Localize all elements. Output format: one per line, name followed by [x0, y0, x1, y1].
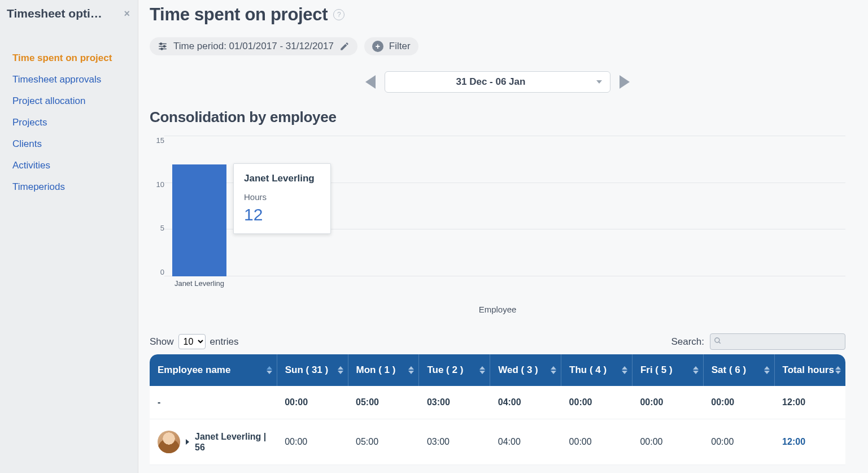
table-controls: Show 10 entries Search: — [150, 333, 845, 350]
column-header[interactable]: Sat ( 6 ) — [703, 354, 774, 386]
y-tick-label: 15 — [156, 136, 164, 145]
column-label: Fri ( 5 ) — [640, 364, 673, 375]
entries-select[interactable]: 10 — [178, 334, 206, 349]
column-header[interactable]: Thu ( 4 ) — [561, 354, 633, 386]
column-label: Sat ( 6 ) — [712, 364, 746, 375]
column-label: Mon ( 1 ) — [356, 364, 396, 375]
table-body: -00:0005:0003:0004:0000:0000:0000:0012:0… — [150, 386, 845, 465]
time-period-text: Time period: 01/01/2017 - 31/12/2017 — [173, 41, 334, 52]
time-period-chip[interactable]: Time period: 01/01/2017 - 31/12/2017 — [150, 37, 357, 55]
date-navigator: 31 Dec - 06 Jan — [150, 71, 845, 93]
close-icon[interactable]: × — [124, 8, 130, 20]
chart-area: 151050 Janet LeverlingJanet LeverlingHou… — [150, 136, 845, 299]
column-header[interactable]: Mon ( 1 ) — [348, 354, 419, 386]
table-cell: 00:00 — [561, 419, 633, 465]
table-cell: 00:00 — [632, 386, 703, 419]
chart-tooltip: Janet LeverlingHours12 — [233, 163, 331, 234]
table-row: Janet Leverling | 5600:0005:0003:0004:00… — [150, 419, 845, 465]
table-cell: 00:00 — [703, 419, 774, 465]
date-range-select[interactable]: 31 Dec - 06 Jan — [385, 71, 610, 93]
sort-icon — [267, 366, 272, 374]
sort-icon — [693, 366, 699, 374]
sidebar-item-clients[interactable]: Clients — [0, 133, 138, 155]
table-wrap: Employee nameSun ( 31 )Mon ( 1 )Tue ( 2 … — [150, 354, 845, 465]
chevron-down-icon — [596, 80, 602, 84]
avatar — [158, 431, 180, 453]
sidebar-item-activities[interactable]: Activities — [0, 155, 138, 176]
column-label: Tue ( 2 ) — [427, 364, 463, 375]
table-cell: 05:00 — [348, 419, 419, 465]
filter-bar: Time period: 01/01/2017 - 31/12/2017 + F… — [150, 37, 845, 55]
expand-icon[interactable] — [186, 439, 189, 445]
filter-chip[interactable]: + Filter — [364, 37, 418, 55]
sort-icon — [622, 366, 627, 374]
y-tick-label: 0 — [160, 268, 164, 276]
table-cell: 00:00 — [277, 419, 348, 465]
table-cell: 00:00 — [277, 386, 348, 419]
table-header-row: Employee nameSun ( 31 )Mon ( 1 )Tue ( 2 … — [150, 354, 845, 386]
show-entries: Show 10 entries — [150, 334, 239, 349]
chart-plot: Janet LeverlingJanet LeverlingHours12 — [164, 136, 845, 276]
svg-point-1 — [160, 43, 162, 45]
sort-icon — [551, 366, 556, 374]
column-label: Sun ( 31 ) — [285, 364, 329, 375]
page-title-row: Time spent on project ? — [150, 5, 845, 25]
sort-icon — [764, 366, 770, 374]
help-icon[interactable]: ? — [333, 9, 344, 20]
date-range-text: 31 Dec - 06 Jan — [456, 76, 526, 87]
column-header[interactable]: Total hours — [774, 354, 845, 386]
svg-line-7 — [719, 341, 721, 343]
y-axis: 151050 — [150, 136, 164, 276]
table-row: -00:0005:0003:0004:0000:0000:0000:0012:0… — [150, 386, 845, 419]
pencil-icon[interactable] — [339, 41, 350, 51]
sort-icon — [479, 366, 485, 374]
sidebar: Timesheet opti… × Time spent on projectT… — [0, 0, 138, 473]
table-cell: 00:00 — [561, 386, 633, 419]
sidebar-item-time-spent-on-project[interactable]: Time spent on project — [0, 47, 138, 69]
column-label: Employee name — [158, 364, 230, 375]
svg-point-5 — [161, 48, 163, 50]
table-cell: 12:00 — [774, 419, 845, 465]
column-label: Thu ( 4 ) — [569, 364, 607, 375]
next-week-button[interactable] — [620, 75, 630, 89]
column-header[interactable]: Wed ( 3 ) — [490, 354, 561, 386]
chart-x-axis-label: Employee — [150, 305, 845, 314]
gridline — [164, 136, 845, 136]
table-cell: 03:00 — [419, 386, 490, 419]
svg-point-6 — [715, 337, 719, 342]
total-hours-link[interactable]: 12:00 — [782, 437, 805, 446]
column-label: Total hours — [783, 364, 834, 375]
search-input-wrap — [710, 333, 845, 350]
sort-icon — [835, 366, 841, 374]
filter-label: Filter — [389, 41, 411, 52]
employee-name: Janet Leverling | 56 — [195, 431, 269, 453]
table-cell: 05:00 — [348, 386, 419, 419]
column-header[interactable]: Tue ( 2 ) — [419, 354, 490, 386]
column-header[interactable]: Sun ( 31 ) — [277, 354, 348, 386]
table-cell: - — [150, 386, 277, 419]
y-tick-label: 10 — [156, 180, 164, 189]
tooltip-metric-value: 12 — [244, 205, 315, 224]
x-category-label: Janet Leverling — [165, 279, 233, 288]
sidebar-item-timeperiods[interactable]: Timeperiods — [0, 176, 138, 198]
table-cell: 00:00 — [703, 386, 774, 419]
employee-name-cell: Janet Leverling | 56 — [150, 419, 277, 465]
search-input[interactable] — [710, 333, 845, 350]
table-cell: 04:00 — [490, 419, 561, 465]
search-icon — [714, 336, 722, 348]
sidebar-item-project-allocation[interactable]: Project allocation — [0, 90, 138, 112]
tooltip-name: Janet Leverling — [244, 173, 315, 184]
page-title: Time spent on project — [150, 5, 328, 25]
search-box: Search: — [671, 333, 845, 350]
plus-icon[interactable]: + — [372, 41, 383, 52]
column-header[interactable]: Employee name — [150, 354, 277, 386]
prev-week-button[interactable] — [365, 75, 376, 89]
sort-icon — [338, 366, 343, 374]
sidebar-item-projects[interactable]: Projects — [0, 112, 138, 133]
column-header[interactable]: Fri ( 5 ) — [632, 354, 703, 386]
table-cell: 00:00 — [632, 419, 703, 465]
tooltip-metric-label: Hours — [244, 192, 315, 202]
gridline — [164, 276, 845, 276]
chart-bar[interactable] — [172, 164, 226, 276]
sidebar-item-timesheet-approvals[interactable]: Timesheet approvals — [0, 69, 138, 90]
